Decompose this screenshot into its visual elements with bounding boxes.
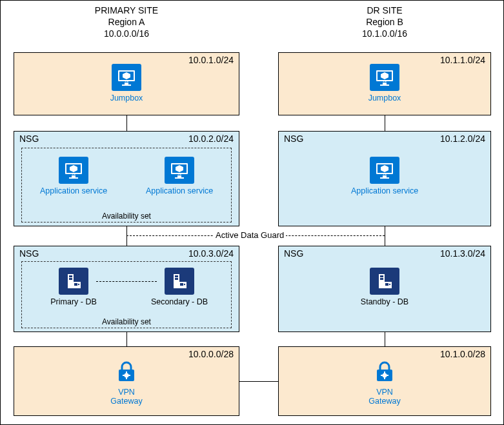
primary-db-nsg: NSG — [19, 248, 39, 259]
dr-db-label: Standby - DB — [349, 297, 420, 306]
svg-point-28 — [125, 373, 129, 378]
dr-app-node: VM Application service — [349, 157, 420, 195]
vm-icon: VM — [370, 64, 399, 91]
connector — [385, 115, 385, 131]
svg-rect-41 — [380, 177, 389, 179]
vpn-site-connector — [239, 381, 278, 382]
svg-rect-19 — [74, 283, 77, 286]
vpn-gateway-icon — [114, 359, 139, 385]
svg-rect-47 — [385, 283, 388, 286]
active-data-guard-label: Active Data Guard — [214, 230, 286, 240]
dr-jumpbox-cidr: 10.1.1.0/24 — [440, 55, 485, 65]
svg-rect-45 — [380, 278, 383, 280]
vm-icon: VM — [59, 157, 88, 184]
primary-db-node-1: Primary - DB — [38, 268, 109, 306]
dr-db-nsg: NSG — [284, 248, 303, 259]
dr-jumpbox-label: Jumpbox — [349, 94, 420, 103]
svg-rect-17 — [69, 278, 72, 280]
svg-rect-7 — [72, 175, 76, 177]
connector — [126, 115, 127, 131]
db-server-icon — [370, 268, 399, 295]
primary-title: PRIMARY SITE — [14, 5, 239, 16]
svg-rect-23 — [175, 278, 178, 280]
primary-db1-label: Primary - DB — [38, 297, 109, 306]
dr-vpn-label-1: VPN — [349, 388, 420, 397]
connector — [126, 226, 127, 246]
db-server-icon — [165, 268, 194, 295]
svg-text:VM: VM — [125, 79, 129, 83]
svg-point-50 — [383, 373, 387, 378]
primary-app-nsg: NSG — [19, 133, 39, 144]
primary-app-avset-label: Availability set — [22, 212, 231, 221]
primary-vpn-label-2: Gateway — [91, 397, 162, 406]
dr-app-label: Application service — [349, 186, 420, 195]
svg-rect-25 — [180, 283, 183, 286]
svg-rect-22 — [175, 275, 178, 277]
dr-site-header: DR SITE Region B 10.1.0.0/16 — [278, 5, 491, 40]
svg-text:VM: VM — [383, 172, 387, 175]
svg-point-26 — [184, 284, 185, 285]
db-replication-connector — [96, 281, 157, 282]
svg-rect-35 — [383, 83, 387, 84]
svg-text:VM: VM — [383, 79, 387, 83]
dr-db-cidr: 10.1.3.0/24 — [440, 248, 485, 259]
primary-vpn-label-1: VPN — [91, 388, 162, 397]
primary-jumpbox-cidr: 10.0.1.0/24 — [188, 55, 234, 65]
dr-vpn-cidr: 10.1.0.0/28 — [440, 349, 485, 359]
primary-site-header: PRIMARY SITE Region A 10.0.0.0/16 — [14, 5, 239, 40]
svg-point-20 — [78, 284, 79, 285]
dr-vnet-cidr: 10.1.0.0/16 — [278, 28, 491, 39]
svg-rect-16 — [69, 275, 72, 277]
dr-jumpbox-node: VM Jumpbox — [349, 64, 420, 103]
primary-vpn-node: VPN Gateway — [91, 359, 162, 406]
primary-app2-label: Application service — [144, 186, 215, 195]
dr-vpn-node: VPN Gateway — [349, 359, 420, 406]
svg-rect-44 — [380, 275, 383, 277]
dr-app-cidr: 10.1.2.0/24 — [440, 133, 485, 144]
svg-point-48 — [389, 284, 390, 285]
vm-icon: VM — [370, 157, 399, 184]
svg-rect-8 — [69, 177, 78, 179]
connector — [126, 332, 127, 346]
primary-jumpbox-label: Jumpbox — [91, 94, 162, 103]
dr-title: DR SITE — [278, 5, 491, 16]
primary-db-node-2: Secondary - DB — [144, 268, 215, 306]
dr-db-node: Standby - DB — [349, 268, 420, 306]
primary-vpn-cidr: 10.0.0.0/28 — [188, 349, 234, 359]
primary-app1-label: Application service — [38, 186, 109, 195]
dr-vpn-label-2: Gateway — [349, 397, 420, 406]
vm-icon: VM — [165, 157, 194, 184]
primary-jumpbox-node: VM Jumpbox — [91, 64, 162, 103]
svg-rect-36 — [380, 84, 389, 86]
vpn-gateway-icon — [372, 359, 398, 385]
primary-vnet-cidr: 10.0.0.0/16 — [14, 28, 239, 39]
svg-rect-13 — [175, 177, 184, 179]
primary-region: Region A — [14, 16, 239, 28]
svg-rect-40 — [383, 175, 387, 177]
active-data-guard-connector-v — [385, 235, 385, 246]
svg-rect-3 — [122, 84, 131, 86]
db-server-icon — [59, 268, 88, 295]
primary-app-node-2: VM Application service — [144, 157, 215, 195]
primary-app-cidr: 10.0.2.0/24 — [188, 133, 234, 144]
svg-text:VM: VM — [72, 172, 76, 175]
primary-db-avset-label: Availability set — [22, 317, 231, 326]
svg-rect-12 — [177, 175, 181, 177]
primary-db-cidr: 10.0.3.0/24 — [188, 248, 234, 259]
vm-icon: VM — [112, 64, 141, 91]
dr-app-nsg: NSG — [284, 133, 303, 144]
svg-text:VM: VM — [177, 172, 182, 175]
dr-region: Region B — [278, 16, 491, 28]
primary-db2-label: Secondary - DB — [144, 297, 215, 306]
diagram-canvas: PRIMARY SITE Region A 10.0.0.0/16 DR SIT… — [0, 0, 504, 425]
svg-rect-2 — [125, 83, 128, 84]
connector — [385, 332, 385, 346]
primary-app-node-1: VM Application service — [38, 157, 109, 195]
